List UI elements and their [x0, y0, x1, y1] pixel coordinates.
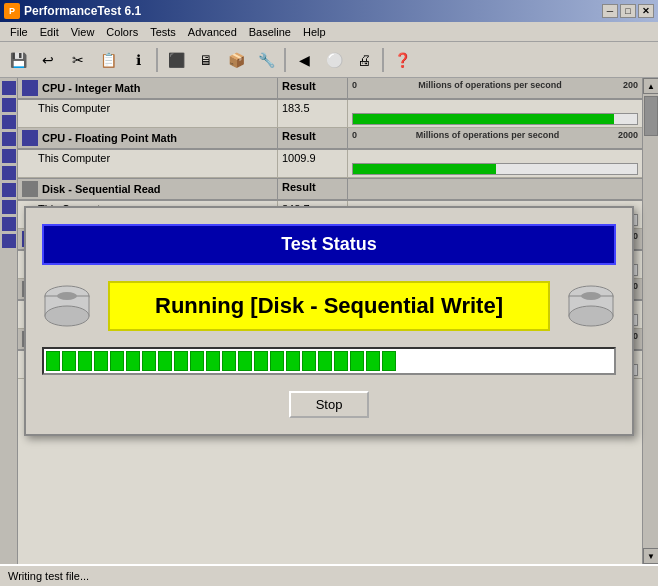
window-controls: ─ □ ✕: [602, 4, 654, 18]
progress-segment: [158, 351, 172, 371]
circle-tool-button[interactable]: ⚪: [320, 46, 348, 74]
progress-segment: [110, 351, 124, 371]
toolbar-separator-2: [284, 48, 286, 72]
menu-file[interactable]: File: [4, 24, 34, 40]
progress-segment: [126, 351, 140, 371]
modal-body: Running [Disk - Sequential Write]: [42, 281, 616, 331]
undo-tool-button[interactable]: ↩: [34, 46, 62, 74]
modal-title: Test Status: [42, 224, 616, 265]
cut-tool-button[interactable]: ✂: [64, 46, 92, 74]
menu-advanced[interactable]: Advanced: [182, 24, 243, 40]
close-button[interactable]: ✕: [638, 4, 654, 18]
progress-segment: [174, 351, 188, 371]
test-status-modal: Test Status Running [Disk - Sequential W…: [24, 206, 634, 436]
running-status-label: Running [Disk - Sequential Write]: [108, 281, 550, 331]
title-bar: P PerformanceTest 6.1 ─ □ ✕: [0, 0, 658, 22]
status-text: Writing test file...: [8, 570, 89, 582]
disk-left-icon: [42, 284, 92, 329]
menu-view[interactable]: View: [65, 24, 101, 40]
help-tool-button[interactable]: ❓: [388, 46, 416, 74]
back-tool-button[interactable]: ◀: [290, 46, 318, 74]
toolbar-separator-3: [382, 48, 384, 72]
window-title: PerformanceTest 6.1: [24, 4, 602, 18]
minimize-button[interactable]: ─: [602, 4, 618, 18]
progress-segment: [254, 351, 268, 371]
progress-segment: [286, 351, 300, 371]
menu-tests[interactable]: Tests: [144, 24, 182, 40]
progress-segment: [238, 351, 252, 371]
progress-segment: [318, 351, 332, 371]
info-tool-button[interactable]: ℹ: [124, 46, 152, 74]
menu-help[interactable]: Help: [297, 24, 332, 40]
maximize-button[interactable]: □: [620, 4, 636, 18]
settings-tool-button[interactable]: 🔧: [252, 46, 280, 74]
app-icon: P: [4, 3, 20, 19]
stop-tool-button[interactable]: ⬛: [162, 46, 190, 74]
progress-bar-container: [42, 347, 616, 375]
progress-segment: [190, 351, 204, 371]
progress-segment: [270, 351, 284, 371]
progress-segment: [222, 351, 236, 371]
progress-segment: [350, 351, 364, 371]
svg-point-3: [57, 292, 77, 300]
progress-segment: [382, 351, 396, 371]
svg-point-6: [569, 306, 613, 326]
progress-segment: [62, 351, 76, 371]
menu-baseline[interactable]: Baseline: [243, 24, 297, 40]
save-tool-button[interactable]: 💾: [4, 46, 32, 74]
status-bar: Writing test file...: [0, 564, 658, 586]
progress-segment: [334, 351, 348, 371]
toolbar-separator-1: [156, 48, 158, 72]
progress-segment: [366, 351, 380, 371]
stop-button[interactable]: Stop: [289, 391, 369, 418]
stop-button-container: Stop: [42, 391, 616, 418]
package-tool-button[interactable]: 📦: [222, 46, 250, 74]
progress-segment: [302, 351, 316, 371]
progress-segment: [142, 351, 156, 371]
monitor-tool-button[interactable]: 🖥: [192, 46, 220, 74]
menu-edit[interactable]: Edit: [34, 24, 65, 40]
svg-point-7: [581, 292, 601, 300]
menu-bar: File Edit View Colors Tests Advanced Bas…: [0, 22, 658, 42]
disk-right-icon: [566, 284, 616, 329]
print-tool-button[interactable]: 🖨: [350, 46, 378, 74]
svg-point-2: [45, 306, 89, 326]
progress-segment: [206, 351, 220, 371]
modal-overlay: Test Status Running [Disk - Sequential W…: [0, 78, 658, 564]
progress-segment: [46, 351, 60, 371]
copy-tool-button[interactable]: 📋: [94, 46, 122, 74]
progress-segment: [78, 351, 92, 371]
toolbar: 💾 ↩ ✂ 📋 ℹ ⬛ 🖥 📦 🔧 ◀ ⚪ 🖨 ❓: [0, 42, 658, 78]
progress-segment: [94, 351, 108, 371]
progress-bar: [46, 351, 396, 371]
menu-colors[interactable]: Colors: [100, 24, 144, 40]
main-content: CPU - Integer Math Result 0 Millions of …: [0, 78, 658, 564]
